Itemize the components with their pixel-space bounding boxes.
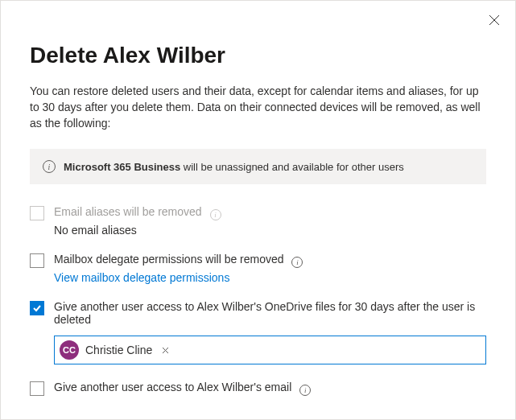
close-button[interactable] [486, 12, 502, 28]
option-email-aliases: Email aliases will be removed i No email… [30, 205, 486, 237]
info-icon[interactable]: i [291, 257, 303, 268]
option-delegate: Mailbox delegate permissions will be rem… [30, 253, 486, 284]
label-onedrive: Give another user access to Alex Wilber'… [54, 300, 475, 326]
license-text: Microsoft 365 Business will be unassigne… [64, 161, 404, 173]
checkbox-email-aliases [30, 206, 44, 220]
people-picker-onedrive[interactable]: CC Christie Cline [54, 336, 486, 364]
checkbox-email-access[interactable] [30, 381, 44, 396]
checkbox-onedrive[interactable] [30, 301, 44, 315]
persona-chip: CC Christie Cline [60, 340, 172, 360]
link-view-delegate[interactable]: View mailbox delegate permissions [54, 271, 229, 284]
remove-persona-button[interactable] [159, 344, 172, 356]
checkmark-icon [32, 303, 42, 313]
close-icon [162, 347, 169, 354]
checkbox-delegate[interactable] [30, 253, 44, 268]
delete-user-panel: Delete Alex Wilber You can restore delet… [0, 0, 516, 420]
license-product: Microsoft 365 Business [64, 161, 180, 173]
license-info-box: i Microsoft 365 Business will be unassig… [30, 149, 486, 184]
option-email-access: Give another user access to Alex Wilber'… [30, 381, 486, 396]
label-email-access: Give another user access to Alex Wilber'… [54, 381, 291, 393]
persona-name: Christie Cline [85, 344, 152, 356]
close-icon [489, 14, 500, 26]
info-icon: i [43, 160, 56, 173]
sub-email-aliases: No email aliases [54, 224, 486, 237]
info-icon[interactable]: i [210, 209, 221, 220]
label-delegate: Mailbox delegate permissions will be rem… [54, 253, 284, 266]
info-icon[interactable]: i [299, 385, 311, 396]
option-onedrive: Give another user access to Alex Wilber'… [30, 300, 486, 364]
page-title: Delete Alex Wilber [30, 43, 486, 68]
avatar: CC [60, 340, 79, 360]
license-suffix: will be unassigned and available for oth… [180, 161, 404, 173]
label-email-aliases: Email aliases will be removed [54, 205, 202, 218]
intro-text: You can restore deleted users and their … [30, 83, 486, 131]
